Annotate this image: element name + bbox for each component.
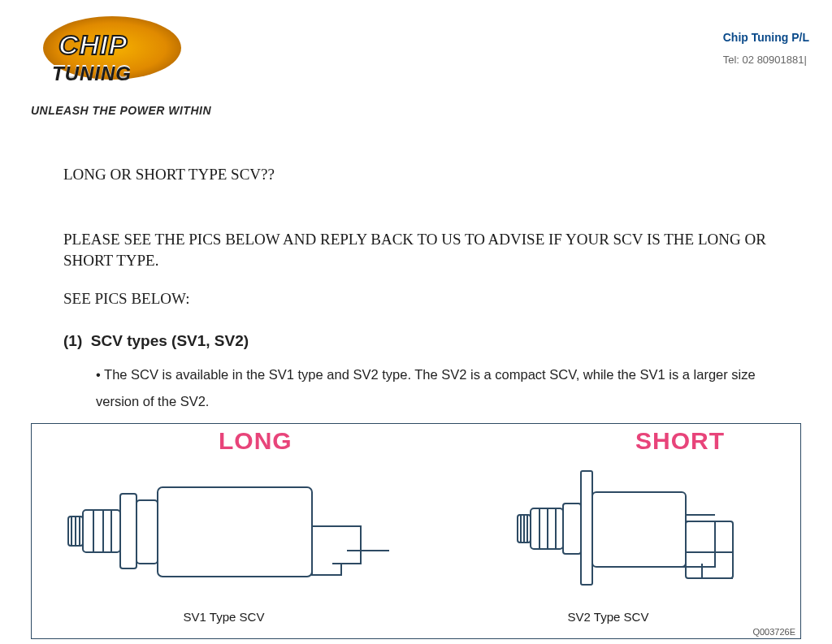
svg-rect-10 [158,487,312,577]
question-line: LONG OR SHORT TYPE SCV?? [63,166,769,184]
company-block: Chip Tuning P/L Tel: 02 80901881| [723,31,809,66]
document-page: CHIP TUNING UNLEASH THE POWER WITHIN Chi… [0,0,832,644]
logo-word-tuning: TUNING [52,61,132,84]
sv2-caption: SV2 Type SCV [416,610,800,624]
figure-panel-short: SHORT [416,424,800,638]
instruction-line: PLEASE SEE THE PICS BELOW AND REPLY BACK… [63,229,769,270]
svg-rect-4 [83,510,120,552]
logo-word-chip: CHIP [58,29,128,61]
sv2-short-scv-icon [514,465,774,603]
section-heading: (1) SCV types (SV1, SV2) [63,332,769,350]
sv1-caption: SV1 Type SCV [32,610,416,624]
company-name: Chip Tuning P/L [723,31,809,44]
svg-rect-9 [136,500,158,564]
logo: CHIP TUNING [31,16,210,80]
figure-code: Q003726E [752,627,795,637]
tagline: UNLEASH THE POWER WITHIN [31,104,211,117]
section-number: (1) [63,332,82,350]
svg-rect-24 [686,521,733,578]
phone-line: Tel: 02 80901881| [723,54,809,66]
sv1-long-scv-icon [64,469,389,599]
letterhead: CHIP TUNING UNLEASH THE POWER WITHIN Chi… [0,0,832,130]
figure-frame: LONG [31,423,801,639]
see-pics-line: SEE PICS BELOW: [63,290,769,308]
svg-rect-23 [592,492,686,567]
figure-panel-long: LONG [32,424,416,638]
section-title: SCV types (SV1, SV2) [91,332,249,349]
bullet-text: The SCV is available in the SV1 type and… [96,361,769,415]
svg-rect-22 [581,471,592,585]
svg-rect-21 [563,504,581,554]
short-label: SHORT [635,427,725,455]
body-text: LONG OR SHORT TYPE SCV?? PLEASE SEE THE … [0,166,832,415]
svg-rect-8 [120,494,136,568]
long-label: LONG [219,427,292,455]
